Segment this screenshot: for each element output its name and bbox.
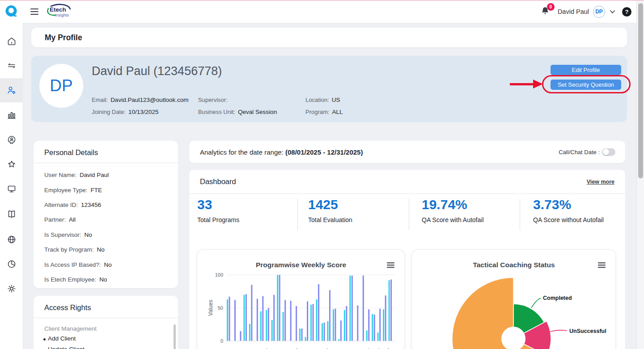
bar [277,275,278,341]
detail-row: Alternate ID:123456 [44,198,167,212]
notification-badge: 0 [547,3,555,11]
profile-field-program: Program:ALL [305,108,440,116]
sidebar-item-profile[interactable] [0,78,23,102]
bar [240,331,241,341]
profile-field-location: Location:US [305,96,440,104]
bar [273,294,275,341]
brand-text-bottom: Insights [55,13,69,17]
avatar: DP [593,6,605,18]
profile-field-joining-date: Joining Date:10/13/2025 [92,108,198,116]
dashboard-card: Dashboard View more 33 Total Programs 14… [189,170,625,349]
x-tick-label: PG1 [239,347,249,349]
bar [307,301,308,341]
bar [366,330,368,341]
bar [299,328,301,341]
bar [296,306,297,341]
detail-row: Partner:All [44,212,167,227]
x-tick-label: ..orm [279,347,290,349]
notifications-button[interactable]: 0 [540,6,551,17]
bar [363,275,364,341]
menu-icon[interactable] [30,7,40,17]
bar [260,311,262,341]
call-chat-date-toggle[interactable] [602,148,615,156]
page-title: My Profile [45,33,82,42]
bar [389,280,390,341]
profile-hero-card: DP David Paul (123456778) Email:David.Pa… [31,56,627,122]
bar [227,299,228,341]
profile-field-email: Email:David.Paul123@outlook.com [92,96,198,104]
stat-divider [520,199,520,230]
edit-profile-button[interactable]: Edit Profile [551,65,621,75]
x-tick-label: ..2.0 [259,347,270,349]
chart-menu-icon[interactable] [598,262,606,268]
book-icon [6,209,17,219]
x-tick-label: Chat [360,347,371,349]
access-rights-card: Access Rights Client Management Add Clie… [34,296,178,349]
x-tick-label: ..ram [330,347,341,349]
sidebar-item-settings[interactable] [0,277,23,301]
bar [310,305,312,341]
stat-divider [409,199,409,230]
y-axis-label: Values [208,300,214,316]
x-tick-label: ..oice [339,347,351,349]
stat-divider [297,199,298,230]
settings-icon [6,283,17,294]
detail-row: Is Access IP Based?:No [44,257,167,272]
bar [257,299,258,341]
sidebar-item-home[interactable] [0,29,23,53]
dashboard-title: Dashboard [200,177,236,186]
help-icon[interactable]: ? [622,7,631,17]
bar [383,309,384,341]
access-rights-scrollbar[interactable] [174,324,176,349]
label-leader-line [531,298,541,308]
page-scrollbar-thumb[interactable] [638,3,643,178]
bar [390,279,392,341]
user-settings-icon [6,85,17,96]
set-security-question-button[interactable]: Set Security Question [551,80,621,90]
bar [284,300,286,341]
chart-menu-icon[interactable] [387,262,394,268]
chart-title: Tactical Coaching Status [473,261,555,269]
chart-title: Programwise Weekly Score [256,261,347,269]
profile-display-name: David Paul (123456778) [92,64,222,78]
x-tick-labels: ..P....ra..PG1..ram..2.0..ram..ormFT..ra… [220,347,392,349]
x-tick-label: FT [292,347,301,349]
detail-row: Employee Type:FTE [44,182,167,197]
bar [344,310,345,341]
star-icon [6,159,17,170]
profile-avatar: DP [39,64,83,108]
x-tick-label: ..card [379,347,391,349]
sidebar-item-monitoring[interactable] [0,177,23,201]
pie-label-unsuccessful: UnSuccessful [569,328,606,334]
bar [379,308,381,341]
bar [268,308,269,341]
access-rights-group: Client Management [34,318,178,334]
app-logo-q[interactable] [0,0,23,23]
bar-chart-icon [6,109,17,120]
view-more-link[interactable]: View more [587,179,614,185]
bar [262,296,263,341]
sidebar-item-transfer[interactable] [0,54,23,78]
pie-label-completed: Completed [543,295,572,301]
bar [271,320,273,341]
personal-details-card: Personal Details User Name:David Paul Em… [34,141,178,288]
bar [352,275,353,341]
side-rail [0,23,23,349]
sidebar-item-favorites[interactable] [0,152,23,177]
quality-badge-icon [6,135,17,145]
x-tick-label: ..ra.. [229,347,239,349]
y-tick: 100 [215,272,223,278]
bar [335,308,336,341]
x-tick-label: ..w UI [318,347,330,349]
profile-fields: Email:David.Paul123@outlook.com Supervis… [92,93,440,118]
bar [385,295,386,341]
sidebar-item-reports[interactable] [0,103,23,127]
sidebar-item-quality[interactable] [0,128,23,152]
user-menu[interactable]: David Paul DP [558,6,616,18]
bar [357,305,358,341]
bar [323,323,325,341]
sidebar-item-library[interactable] [0,202,23,226]
sidebar-item-global[interactable] [0,227,23,252]
sidebar-item-analytics[interactable] [0,252,23,276]
detail-row: Is Etech Employee:No [44,272,167,287]
